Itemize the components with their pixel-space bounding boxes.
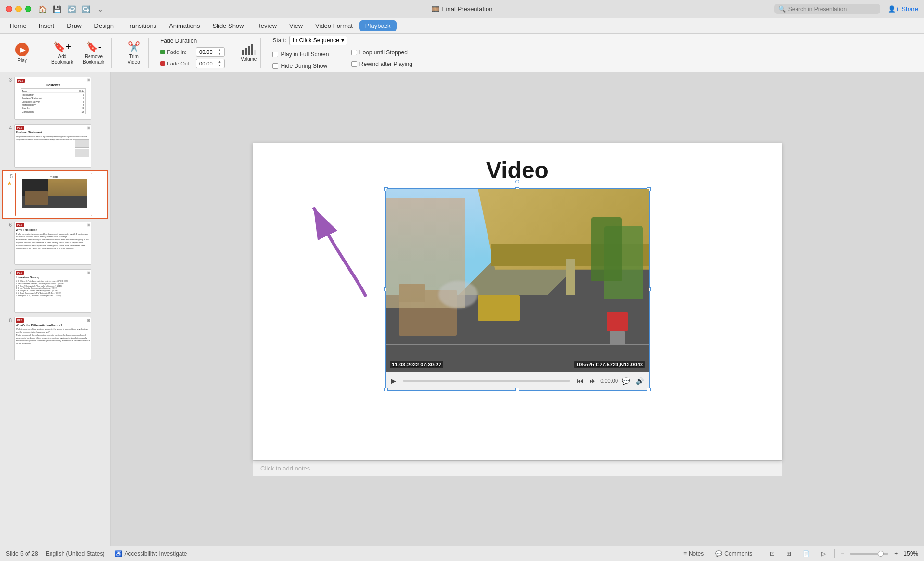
menu-slideshow[interactable]: Slide Show	[206, 20, 249, 31]
video-skip-forward-button[interactable]: ⏭	[588, 376, 598, 386]
volume-group: Volume	[237, 38, 261, 68]
search-input[interactable]	[788, 6, 870, 13]
maximize-button[interactable]	[25, 6, 31, 12]
star-icon: ★	[7, 180, 12, 187]
menu-transitions[interactable]: Transitions	[120, 20, 162, 31]
undo-icon[interactable]: ↩️	[66, 4, 77, 14]
fade-out-stepper[interactable]: ▲▼	[218, 60, 221, 67]
play-button[interactable]: ▶ Play	[12, 41, 33, 65]
reading-view-button[interactable]: 📄	[800, 549, 813, 558]
add-bookmark-button[interactable]: 🔖+ AddBookmark	[49, 39, 76, 66]
play-group: ▶ Play	[8, 38, 37, 68]
titlebar-icons: 🏠 💾 ↩️ ↪️ ⌄	[37, 4, 105, 14]
zoom-slider[interactable]	[850, 553, 888, 555]
status-right: ≡ Notes 💬 Comments ⊡ ⊞ 📄 ▷ − + 159%	[680, 549, 918, 558]
more-icon[interactable]: ⌄	[95, 4, 105, 14]
loop-until-stopped-checkbox[interactable]: Loop until Stopped	[351, 49, 412, 56]
loop-cb[interactable]	[351, 50, 357, 55]
trim-video-button[interactable]: ✂️ TrimVideo	[123, 39, 144, 66]
language-indicator: English (United States)	[46, 550, 105, 557]
statusbar: Slide 5 of 28 English (United States) ♿ …	[0, 546, 924, 561]
menu-videoformat[interactable]: Video Format	[309, 20, 359, 31]
minimize-button[interactable]	[15, 6, 22, 12]
status-left: Slide 5 of 28 English (United States) ♿ …	[6, 549, 190, 558]
home-icon[interactable]: 🏠	[37, 4, 48, 14]
zoom-percent: 159%	[903, 550, 918, 557]
slide-icon-6: ⊞	[87, 223, 90, 227]
slide-thumb-4[interactable]: 4 PES Problem Statement To optimize the …	[2, 122, 108, 170]
slide-info: Slide 5 of 28	[6, 550, 38, 557]
rewind-cb[interactable]	[351, 61, 357, 67]
video-progress-bar[interactable]	[403, 380, 570, 382]
notes-button[interactable]: ≡ Notes	[680, 549, 706, 558]
slide-canvas: Video	[253, 143, 782, 460]
slide-preview-4: PES Problem Statement To optimize the fl…	[14, 124, 91, 168]
slide-thumb-8[interactable]: 8 PES What's the Differentiating Factor?…	[2, 315, 108, 362]
share-button[interactable]: 👤+ Share	[888, 5, 918, 13]
menu-insert[interactable]: Insert	[33, 20, 61, 31]
close-button[interactable]	[6, 6, 12, 12]
video-captions-button[interactable]: 💬	[620, 376, 632, 386]
redo-icon[interactable]: ↪️	[80, 4, 91, 14]
video-play-button[interactable]: ▶	[389, 376, 398, 386]
slide-thumb-6[interactable]: 6 PES Why This Idea? Traffic congestion …	[2, 220, 108, 267]
slide-sorter-button[interactable]: ⊞	[783, 549, 794, 558]
play-fullscreen-cb[interactable]	[272, 52, 278, 57]
comments-icon: 💬	[715, 550, 722, 557]
menu-design[interactable]: Design	[89, 20, 119, 31]
comments-button[interactable]: 💬 Comments	[712, 549, 755, 558]
zoom-plus-icon[interactable]: +	[894, 550, 898, 557]
resize-handle-bl[interactable]	[384, 388, 388, 391]
search-bar[interactable]: 🔍	[774, 4, 880, 14]
slide-preview-3: PES Contents TopicSlide Introduction3 Pr…	[14, 77, 91, 120]
remove-bookmark-button[interactable]: 🔖- RemoveBookmark	[80, 39, 107, 66]
fade-in-stepper[interactable]: ▲▼	[218, 48, 221, 56]
fade-out-input[interactable]: 00.00 ▲▼	[196, 59, 225, 68]
hide-during-show-checkbox[interactable]: Hide During Show	[272, 63, 347, 69]
accessibility-icon: ♿	[115, 550, 122, 557]
video-scene: 11-03-2022 07:30:27 19km/h E77.5729,N12.…	[386, 189, 649, 372]
resize-handle-br[interactable]	[647, 388, 651, 391]
divider-1	[761, 549, 761, 558]
rotate-handle[interactable]	[515, 180, 519, 183]
reading-view-icon: 📄	[803, 550, 810, 557]
video-controls: ▶ ⏮ ⏭ 0:00.00 💬 🔊	[386, 372, 649, 390]
bookmark-group: 🔖+ AddBookmark 🔖- RemoveBookmark	[45, 38, 112, 68]
motorcyclist	[607, 312, 628, 344]
video-volume-button[interactable]: 🔊	[634, 376, 646, 386]
accessibility-button[interactable]: ♿ Accessibility: Investigate	[112, 549, 190, 558]
menu-animations[interactable]: Animations	[163, 20, 205, 31]
trim-group: ✂️ TrimVideo	[119, 38, 149, 68]
slide-icon-3: ⊞	[87, 78, 90, 82]
menu-playback[interactable]: Playback	[359, 20, 397, 31]
resize-handle-bm[interactable]	[515, 388, 519, 391]
fade-out-row: Fade Out: 00.00 ▲▼	[160, 59, 225, 68]
rewind-after-playing-checkbox[interactable]: Rewind after Playing	[351, 61, 412, 67]
notes-area[interactable]: Click to add notes	[253, 460, 782, 476]
slide-thumb-3[interactable]: 3 PES Contents TopicSlide Introduction3 …	[2, 75, 108, 122]
start-dropdown[interactable]: In Click Sequence ▾	[289, 36, 347, 45]
video-skip-back-button[interactable]: ⏮	[575, 376, 586, 386]
presenter-view-button[interactable]: ▷	[819, 549, 829, 558]
slide-thumb-5[interactable]: 5 ★ Video	[2, 170, 108, 219]
slide-icon-8: ⊞	[87, 318, 90, 323]
video-element[interactable]: 11-03-2022 07:30:27 19km/h E77.5729,N12.…	[385, 188, 650, 391]
hide-during-show-cb[interactable]	[272, 63, 278, 69]
slide-preview-7: PES Literature Survey 1. S. Chin et al.,…	[14, 269, 91, 313]
video-time: 0:00.00	[600, 378, 618, 384]
start-row: Start: In Click Sequence ▾	[272, 36, 347, 45]
save-icon[interactable]: 💾	[51, 4, 62, 14]
menu-view[interactable]: View	[283, 20, 308, 31]
video-frame: 11-03-2022 07:30:27 19km/h E77.5729,N12.…	[386, 189, 649, 372]
volume-button[interactable]: Volume	[241, 44, 257, 62]
menu-draw[interactable]: Draw	[61, 20, 87, 31]
normal-view-button[interactable]: ⊡	[767, 549, 778, 558]
remove-bookmark-icon: 🔖-	[86, 41, 102, 52]
play-fullscreen-checkbox[interactable]: Play in Full Screen	[272, 51, 347, 58]
zoom-minus-icon[interactable]: −	[841, 550, 844, 557]
playback-options-group: Start: In Click Sequence ▾ Play in Full …	[269, 38, 416, 68]
fade-in-input[interactable]: 00.00 ▲▼	[196, 47, 225, 57]
slide-thumb-7[interactable]: 7 PES Literature Survey 1. S. Chin et al…	[2, 267, 108, 314]
menu-home[interactable]: Home	[4, 20, 32, 31]
menu-review[interactable]: Review	[250, 20, 282, 31]
